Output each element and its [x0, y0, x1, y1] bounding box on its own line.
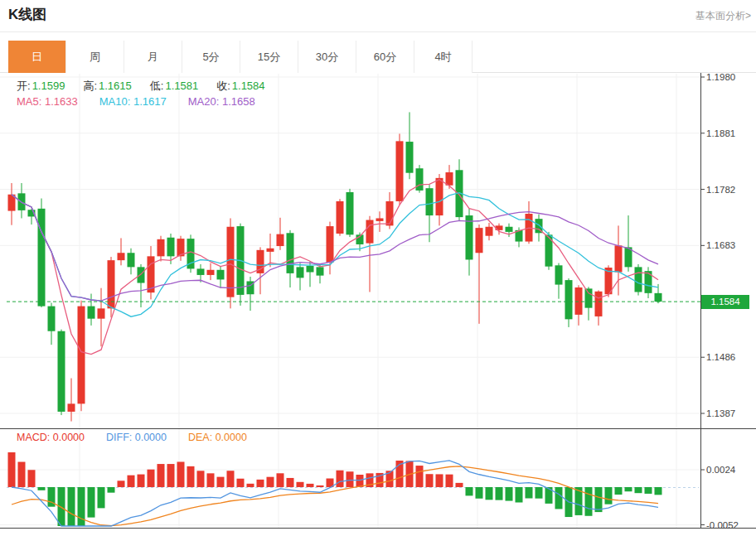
tab-4hour[interactable]: 4时 — [414, 41, 472, 73]
macd-axis-label: 0.0024 — [706, 465, 736, 475]
period-tab-bar: 日 周 月 5分 15分 30分 60分 4时 — [8, 41, 472, 73]
tab-day[interactable]: 日 — [8, 41, 66, 73]
y-axis-label: 1.1486 — [706, 352, 735, 362]
macd-axis-label: -0.0052 — [706, 520, 739, 530]
page-title: K线图 — [8, 5, 46, 24]
ohlc-legend: 开:1.1599 高:1.1615 低:1.1581 收:1.1584 — [17, 79, 265, 94]
fundamental-analysis-link[interactable]: 基本面分析> — [695, 9, 751, 23]
close-item: 收:1.1584 — [216, 79, 264, 94]
tab-60min[interactable]: 60分 — [356, 41, 414, 73]
current-price-tag: 1.1584 — [701, 295, 749, 309]
ma-legend: MA5: 1.1633 MA10: 1.1617 MA20: 1.1658 — [17, 95, 255, 108]
y-axis-label: 1.1683 — [706, 240, 735, 250]
low-item: 低:1.1581 — [150, 79, 198, 94]
ma20-item: MA20: 1.1658 — [188, 95, 255, 108]
macd-item: MACD: 0.0000 — [17, 432, 85, 443]
tab-week[interactable]: 周 — [66, 41, 124, 73]
tab-30min[interactable]: 30分 — [298, 41, 356, 73]
candles-layer — [8, 112, 662, 421]
diff-item: DIFF: 0.0000 — [106, 432, 167, 443]
y-axis-label: 1.1980 — [706, 72, 735, 82]
dea-item: DEA: 0.0000 — [188, 432, 247, 443]
tab-month[interactable]: 月 — [124, 41, 182, 73]
tab-15min[interactable]: 15分 — [240, 41, 298, 73]
macd-legend: MACD: 0.0000 DIFF: 0.0000 DEA: 0.0000 — [17, 432, 247, 443]
macd-layer — [7, 452, 699, 526]
y-axis-label: 1.1881 — [706, 128, 735, 138]
open-item: 开:1.1599 — [17, 79, 65, 94]
kline-widget: K线图 基本面分析> 日 周 月 5分 15分 30分 60分 4时 1.198… — [0, 0, 756, 536]
high-item: 高:1.1615 — [83, 79, 131, 94]
y-axis-label: 1.1387 — [706, 408, 735, 418]
tab-5min[interactable]: 5分 — [182, 41, 240, 73]
ma10-item: MA10: 1.1617 — [99, 95, 167, 108]
ma5-item: MA5: 1.1633 — [17, 95, 78, 108]
y-axis-label: 1.1782 — [706, 185, 735, 195]
